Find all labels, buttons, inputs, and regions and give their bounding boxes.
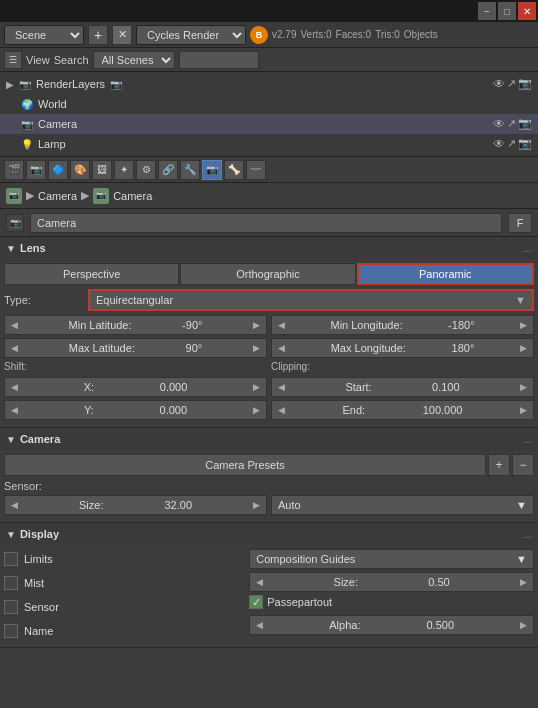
scenes-dropdown[interactable]: All Scenes: [93, 51, 175, 69]
render-icon[interactable]: 📷: [518, 117, 532, 131]
close-button[interactable]: ✕: [518, 2, 536, 20]
camera-section-header[interactable]: ▼ Camera ...: [0, 428, 538, 450]
max-lat-field[interactable]: ◀ Max Latitude: 90° ▶: [4, 338, 267, 358]
end-field[interactable]: ◀ End: 100.000 ▶: [271, 400, 534, 420]
curve-icon-btn[interactable]: 〰: [246, 160, 266, 180]
sensor-section-label-text: Sensor:: [4, 480, 84, 492]
renderlayers-label: RenderLayers: [36, 78, 105, 90]
type-dropdown[interactable]: Equirectangular ▼: [88, 289, 534, 311]
size-field[interactable]: ◀ Size: 32.00 ▶: [4, 495, 267, 515]
mist-checkbox[interactable]: [4, 576, 18, 590]
orthographic-tab[interactable]: Orthographic: [180, 263, 355, 285]
max-lon-label: Max Longitude:: [331, 342, 406, 354]
f-button[interactable]: F: [508, 213, 532, 233]
camera-section: ▼ Camera ... Camera Presets + − Sensor: …: [0, 428, 538, 523]
min-lat-value: -90°: [182, 319, 202, 331]
max-lon-field[interactable]: ◀ Max Longitude: 180° ▶: [271, 338, 534, 358]
comp-guides-dropdown[interactable]: Composition Guides ▼: [249, 549, 534, 569]
lens-dots: ...: [524, 243, 532, 254]
scene-dropdown[interactable]: Scene: [4, 25, 84, 45]
min-lon-field[interactable]: ◀ Min Longitude: -180° ▶: [271, 315, 534, 335]
minimize-button[interactable]: −: [478, 2, 496, 20]
restrict-icon[interactable]: ↗: [507, 137, 516, 151]
modifier-icon-btn[interactable]: 🔧: [180, 160, 200, 180]
display-size-arrow-left: ◀: [256, 577, 263, 587]
alpha-field[interactable]: ◀ Alpha: 0.500 ▶: [249, 615, 534, 635]
remove-scene-button[interactable]: ✕: [112, 25, 132, 45]
limits-checkbox[interactable]: [4, 552, 18, 566]
camera-section-arrow: ▼: [6, 434, 16, 445]
comp-guides-value: Composition Guides: [256, 553, 355, 565]
start-arrow-right: ▶: [520, 382, 527, 392]
min-lat-field[interactable]: ◀ Min Latitude: -90° ▶: [4, 315, 267, 335]
outliner-item-lamp[interactable]: 💡 Lamp 👁 ↗ 📷: [0, 134, 538, 154]
passepartout-checkbox[interactable]: ✓: [249, 595, 263, 609]
render-icon2[interactable]: 📷: [518, 137, 532, 151]
arrow-icon[interactable]: ↗: [507, 77, 516, 91]
search-input[interactable]: [179, 51, 259, 69]
render-engine-dropdown[interactable]: Cycles Render: [136, 25, 246, 45]
panoramic-tab[interactable]: Panoramic: [357, 263, 534, 285]
perspective-tab[interactable]: Perspective: [4, 263, 179, 285]
view-label[interactable]: View: [26, 54, 50, 66]
sensor-checkbox[interactable]: [4, 600, 18, 614]
data-icon-btn[interactable]: 📷: [202, 160, 222, 180]
name-checkbox[interactable]: [4, 624, 18, 638]
props-panel: ▼ Lens ... Perspective Orthographic Pano…: [0, 237, 538, 708]
eye-icon[interactable]: 👁: [493, 137, 505, 151]
add-scene-button[interactable]: +: [88, 25, 108, 45]
outliner-item-renderlayers[interactable]: ▶ 📷 RenderLayers 📷 👁 ↗ 📷: [0, 74, 538, 94]
presets-add-icon[interactable]: +: [488, 454, 510, 476]
lens-header[interactable]: ▼ Lens ...: [0, 237, 538, 259]
maximize-button[interactable]: □: [498, 2, 516, 20]
min-lon-label: Min Longitude:: [330, 319, 402, 331]
display-section-header[interactable]: ▼ Display ...: [0, 523, 538, 545]
clip-col: Clipping: ◀ Start: 0.100 ▶ ◀ End: 100.00…: [271, 361, 534, 420]
lamp-label: Lamp: [38, 138, 66, 150]
mesh-icon-btn[interactable]: 🔷: [48, 160, 68, 180]
texture-icon-btn[interactable]: 🖼: [92, 160, 112, 180]
camera-name-input[interactable]: [30, 213, 502, 233]
eye-icon[interactable]: 👁: [493, 117, 505, 131]
breadcrumb-text2[interactable]: Camera: [113, 190, 152, 202]
shift-clip-grid: Shift: ◀ X: 0.000 ▶ ◀ Y: 0.000 ▶: [4, 361, 534, 420]
world-label: World: [38, 98, 67, 110]
breadcrumb-bar: 📷 ▶ Camera ▶ 📷 Camera: [0, 183, 538, 209]
presets-remove-icon[interactable]: −: [512, 454, 534, 476]
shift-label: Shift:: [4, 361, 267, 372]
start-field[interactable]: ◀ Start: 0.100 ▶: [271, 377, 534, 397]
outliner-item-camera[interactable]: 📷 Camera 👁 ↗ 📷: [0, 114, 538, 134]
scene-icon-btn[interactable]: 🎬: [4, 160, 24, 180]
outliner-item-world[interactable]: 🌍 World: [0, 94, 538, 114]
bone-icon-btn[interactable]: 🦴: [224, 160, 244, 180]
faces-count: Faces:0: [336, 29, 372, 40]
material-icon-btn[interactable]: 🎨: [70, 160, 90, 180]
x-field[interactable]: ◀ X: 0.000 ▶: [4, 377, 267, 397]
top-bar: Scene + ✕ Cycles Render B v2.79 Verts:0 …: [0, 22, 538, 48]
camera-presets-button[interactable]: Camera Presets: [4, 454, 486, 476]
physics-icon-btn[interactable]: ⚙: [136, 160, 156, 180]
particle-icon-btn[interactable]: ✦: [114, 160, 134, 180]
sensor-type-dropdown[interactable]: Auto ▼: [271, 495, 534, 515]
type-label: Type:: [4, 294, 84, 306]
search-label[interactable]: Search: [54, 54, 89, 66]
display-size-label: Size:: [334, 576, 358, 588]
view-mode-icon[interactable]: ☰: [4, 51, 22, 69]
sensor-label: Sensor: [24, 601, 59, 613]
constraint-icon-btn[interactable]: 🔗: [158, 160, 178, 180]
y-field[interactable]: ◀ Y: 0.000 ▶: [4, 400, 267, 420]
sensor-row2: Sensor: [4, 597, 241, 617]
shift-col: Shift: ◀ X: 0.000 ▶ ◀ Y: 0.000 ▶: [4, 361, 267, 420]
camera-section-body: Camera Presets + − Sensor: ◀ Size: 32.00…: [0, 450, 538, 522]
passepartout-row: ✓ Passepartout: [249, 595, 534, 609]
camera-icon[interactable]: 📷: [518, 77, 532, 91]
end-value: 100.000: [423, 404, 463, 416]
lens-arrow: ▼: [6, 243, 16, 254]
display-size-field[interactable]: ◀ Size: 0.50 ▶: [249, 572, 534, 592]
cursor-icon[interactable]: ↗: [507, 117, 516, 131]
render-icon-btn[interactable]: 📷: [26, 160, 46, 180]
breadcrumb-text1[interactable]: Camera: [38, 190, 77, 202]
lens-body: Perspective Orthographic Panoramic Type:…: [0, 259, 538, 427]
eye-icon[interactable]: 👁: [493, 77, 505, 91]
size-arrow-left: ◀: [11, 500, 18, 510]
